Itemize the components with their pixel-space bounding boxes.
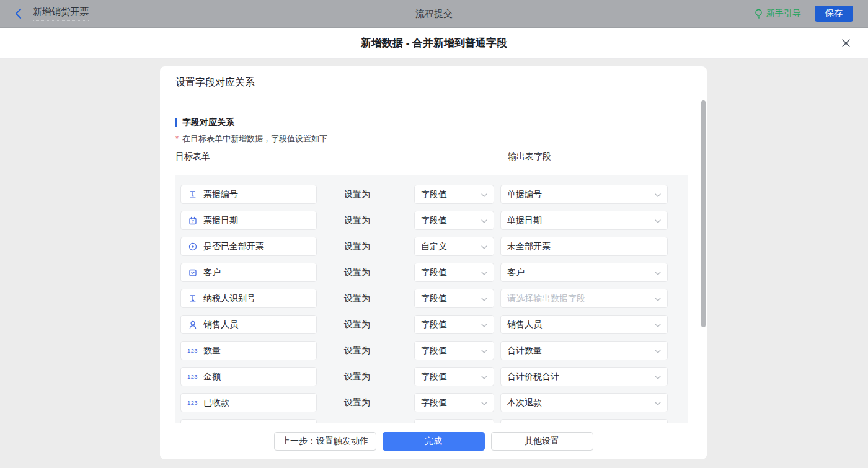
- card-header: 设置字段对应关系: [160, 66, 707, 99]
- output-value: 销售人员: [507, 319, 542, 330]
- mode-value: 字段值: [421, 319, 447, 330]
- chevron-down-icon: [481, 190, 487, 200]
- mode-select[interactable]: 字段值: [414, 185, 494, 204]
- number-icon: 123: [187, 347, 198, 354]
- output-value: 单据日期: [507, 215, 542, 226]
- mapping-row: 123 已收款 设置为 字段值 本次退款: [180, 393, 688, 412]
- mapping-row: 123 数量 设置为 字段值 合计数量: [180, 341, 688, 360]
- output-select[interactable]: 本次退款: [500, 393, 668, 412]
- chevron-down-icon: [655, 346, 661, 356]
- column-header-target-form: 目标表单: [175, 151, 210, 162]
- set-as-label: 设置为: [344, 189, 370, 200]
- target-field[interactable]: 123 数量: [180, 341, 317, 360]
- target-field-label: 是否已全部开票: [203, 241, 264, 252]
- mapping-row: 票据编号 设置为 字段值 单据编号: [180, 185, 688, 204]
- other-settings-button[interactable]: 其他设置: [491, 432, 593, 451]
- chevron-down-icon: [655, 216, 661, 226]
- set-as-label: 设置为: [344, 241, 370, 252]
- output-select[interactable]: 请选择输出数据字段: [500, 289, 668, 308]
- date-icon: 7: [187, 216, 198, 226]
- chevron-down-icon: [481, 398, 487, 408]
- mode-value: 字段值: [421, 215, 447, 226]
- lightbulb-icon: [754, 9, 763, 19]
- beginner-guide-link[interactable]: 新手引导: [754, 8, 801, 19]
- radio-icon: [187, 242, 198, 252]
- required-note: *在目标表单中新增数据，字段值设置如下: [175, 133, 327, 144]
- output-select[interactable]: 销售人员: [500, 315, 668, 334]
- column-header-output-fields: 输出表字段: [508, 151, 551, 162]
- flow-name[interactable]: 新增销货开票: [33, 6, 89, 21]
- chevron-down-icon: [481, 372, 487, 382]
- modal-title: 新增数据 - 合并新增到普通字段: [361, 36, 507, 50]
- mode-select[interactable]: 字段值: [414, 211, 494, 230]
- number-icon: 123: [187, 399, 198, 406]
- output-value: 单据编号: [507, 189, 542, 200]
- topbar: 新增销货开票 流程提交 新手引导 保存: [0, 0, 868, 28]
- text-icon: [187, 190, 198, 200]
- mapping-row: 123 金额 设置为 字段值 合计价税合计: [180, 367, 688, 386]
- chevron-down-icon: [655, 398, 661, 408]
- section-accent-bar: [175, 118, 177, 127]
- mode-value: 字段值: [421, 371, 447, 382]
- target-field[interactable]: 123 金额: [180, 367, 317, 386]
- save-button[interactable]: 保存: [815, 6, 853, 22]
- mode-select[interactable]: 字段值: [414, 341, 494, 360]
- close-icon[interactable]: [839, 37, 852, 50]
- set-as-label: 设置为: [344, 397, 370, 408]
- target-field-label: 已收款: [203, 397, 229, 408]
- target-field[interactable]: 纳税人识别号: [180, 289, 317, 308]
- chevron-down-icon: [655, 372, 661, 382]
- set-as-label: 设置为: [344, 371, 370, 382]
- output-value: 客户: [507, 267, 525, 278]
- set-as-label: 设置为: [344, 319, 370, 330]
- target-field[interactable]: 是否已全部开票: [180, 237, 317, 256]
- mode-select[interactable]: 自定义: [414, 237, 494, 256]
- output-select[interactable]: 合计数量: [500, 341, 668, 360]
- number-icon: 123: [187, 373, 198, 380]
- target-field-label: 票据编号: [203, 189, 238, 200]
- required-note-text: 在目标表单中新增数据，字段值设置如下: [182, 134, 327, 143]
- mode-select[interactable]: 字段值: [414, 367, 494, 386]
- target-field[interactable]: 销售人员: [180, 315, 317, 334]
- set-as-label: 设置为: [344, 267, 370, 278]
- user-icon: [187, 320, 198, 330]
- set-as-label: 设置为: [344, 293, 370, 304]
- mode-select[interactable]: 字段值: [414, 315, 494, 334]
- target-field-label: 客户: [203, 267, 221, 278]
- chevron-down-icon: [481, 268, 487, 278]
- chevron-down-icon: [481, 242, 487, 252]
- previous-step-button[interactable]: 上一步：设置触发动作: [274, 432, 376, 451]
- target-field[interactable]: 7 票据日期: [180, 211, 317, 230]
- beginner-guide-label: 新手引导: [766, 8, 801, 19]
- output-value: 未全部开票: [507, 241, 551, 252]
- mode-value: 字段值: [421, 267, 447, 278]
- output-select[interactable]: 合计价税合计: [500, 367, 668, 386]
- set-as-label: 设置为: [344, 215, 370, 226]
- done-button[interactable]: 完成: [383, 432, 485, 451]
- mapping-row: 客户 设置为 字段值 客户: [180, 263, 688, 282]
- output-value: 本次退款: [507, 397, 542, 408]
- output-text-input[interactable]: 未全部开票: [500, 237, 668, 256]
- target-field-label: 销售人员: [203, 319, 238, 330]
- mapping-row: 是否已全部开票 设置为 自定义 未全部开票: [180, 237, 688, 256]
- target-field[interactable]: 客户: [180, 263, 317, 282]
- mode-select[interactable]: 字段值: [414, 263, 494, 282]
- mode-value: 字段值: [421, 345, 447, 356]
- column-headers: 目标表单 输出表字段: [160, 151, 707, 162]
- chevron-down-icon: [655, 320, 661, 330]
- select-icon: [187, 268, 198, 278]
- chevron-down-icon: [481, 294, 487, 304]
- card-footer: 上一步：设置触发动作 完成 其他设置: [160, 423, 707, 459]
- mode-select[interactable]: 字段值: [414, 393, 494, 412]
- chevron-down-icon: [481, 216, 487, 226]
- section-title-label: 字段对应关系: [182, 117, 234, 128]
- back-icon[interactable]: [15, 8, 22, 19]
- output-select[interactable]: 客户: [500, 263, 668, 282]
- output-select[interactable]: 单据日期: [500, 211, 668, 230]
- target-field[interactable]: 123 已收款: [180, 393, 317, 412]
- output-select[interactable]: 单据编号: [500, 185, 668, 204]
- mode-select[interactable]: 字段值: [414, 289, 494, 308]
- chevron-down-icon: [481, 320, 487, 330]
- target-field[interactable]: 票据编号: [180, 185, 317, 204]
- vertical-scrollbar[interactable]: [701, 100, 706, 327]
